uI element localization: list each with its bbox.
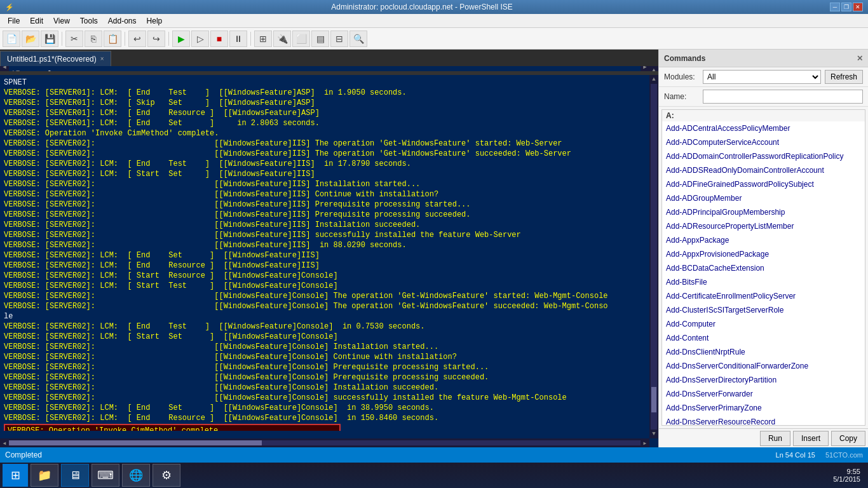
menu-help[interactable]: Help: [142, 15, 168, 27]
paste-button[interactable]: 📋: [104, 30, 121, 47]
menu-file[interactable]: File: [3, 15, 25, 27]
insert-cmd-button[interactable]: Insert: [793, 431, 829, 446]
console-scroll-down[interactable]: ▼: [651, 430, 656, 438]
run-button[interactable]: ▶: [172, 30, 190, 47]
console-line-12: VERBOSE: [SERVER02]: [[WindowsFeature]II…: [4, 200, 647, 210]
stop-button[interactable]: ■: [210, 30, 228, 47]
command-item-20[interactable]: Add-DnsServerPrimaryZone: [662, 401, 865, 415]
command-item-1[interactable]: Add-ADComputerServiceAccount: [662, 135, 865, 149]
command-item-9[interactable]: Add-AppxProvisionedPackage: [662, 247, 865, 261]
redo-button[interactable]: ↪: [147, 30, 165, 47]
copy-cmd-button[interactable]: Copy: [831, 431, 865, 446]
addon-button[interactable]: 🔌: [273, 30, 291, 47]
command-item-4[interactable]: Add-ADFineGrainedPasswordPolicySubject: [662, 177, 865, 191]
sep2: [125, 32, 125, 46]
command-item-6[interactable]: Add-ADPrincipalGroupMembership: [662, 205, 865, 219]
close-button[interactable]: ✕: [853, 3, 863, 11]
app-icon: ⚡: [5, 3, 14, 11]
console-panel: SPNET VERBOSE: [SERVER01]: LCM: [ End Te…: [0, 75, 658, 447]
command-item-18[interactable]: Add-DnsServerDirectoryPartition: [662, 373, 865, 387]
run-cmd-button[interactable]: Run: [760, 431, 790, 446]
command-item-12[interactable]: Add-CertificateEnrollmentPolicyServer: [662, 289, 865, 303]
console-line-32: VERBOSE: [SERVER02]: LCM: [ End Set ] [[…: [4, 403, 647, 413]
console-line-27: VERBOSE: [SERVER02]: [[WindowsFeature]Co…: [4, 352, 647, 362]
new-button[interactable]: 📄: [3, 30, 20, 47]
console-line-33: VERBOSE: [SERVER02]: LCM: [ End Resource…: [4, 413, 647, 423]
command-item-5[interactable]: Add-ADGroupMember: [662, 191, 865, 205]
console-hscroll-thumb[interactable]: [9, 440, 262, 445]
show-script-pane-button[interactable]: ⬜: [292, 30, 310, 47]
menu-addons[interactable]: Add-ons: [103, 15, 142, 27]
console-scroll-up[interactable]: ▲: [651, 75, 656, 84]
command-item-21[interactable]: Add-DnsServerResourceRecord: [662, 415, 865, 426]
command-item-2[interactable]: Add-ADDomainControllerPasswordReplicatio…: [662, 149, 865, 163]
console-hscroll-right[interactable]: ▶: [641, 438, 649, 447]
command-item-3[interactable]: Add-ADDSReadOnlyDomainControllerAccount: [662, 163, 865, 177]
name-row: Name:: [659, 87, 868, 107]
menu-tools[interactable]: Tools: [75, 15, 103, 27]
name-input[interactable]: [703, 90, 863, 104]
console-scroll-track: [651, 84, 657, 430]
taskbar-ie-button[interactable]: 🌐: [122, 464, 150, 487]
command-item-13[interactable]: Add-ClusterIScSITargetServerRole: [662, 303, 865, 317]
console-scroll-thumb[interactable]: [651, 387, 656, 412]
command-item-19[interactable]: Add-DnsServerForwarder: [662, 387, 865, 401]
modules-row: Modules: All Refresh: [659, 67, 868, 87]
taskbar-explorer-button[interactable]: 📁: [31, 464, 58, 487]
minimize-button[interactable]: ─: [830, 3, 840, 11]
console-line-17: VERBOSE: [SERVER02]: LCM: [ End Set ] [[…: [4, 250, 647, 261]
console-line-30: VERBOSE: [SERVER02]: [[WindowsFeature]Co…: [4, 383, 647, 393]
console-content[interactable]: SPNET VERBOSE: [SERVER01]: LCM: [ End Te…: [0, 75, 658, 431]
code-editor[interactable]: 15 } 16 Configuration myconfig 17 { 18 n…: [0, 66, 658, 71]
console-line-20: VERBOSE: [SERVER02]: LCM: [ Start Test ]…: [4, 281, 647, 291]
clock-date: 5/1/2015: [833, 475, 860, 483]
refresh-button[interactable]: Refresh: [825, 70, 863, 84]
menu-edit[interactable]: Edit: [25, 15, 48, 27]
right-panel-close-button[interactable]: ✕: [857, 54, 863, 63]
scroll-right-icon[interactable]: ▶: [641, 66, 649, 71]
run-selection-button[interactable]: ▷: [191, 30, 209, 47]
console-line-3: VERBOSE: [SERVER01]: LCM: [ End Resource…: [4, 108, 647, 118]
cut-button[interactable]: ✂: [65, 30, 83, 47]
clock-time: 9:55: [833, 468, 860, 475]
command-item-7[interactable]: Add-ADResourcePropertyListMember: [662, 219, 865, 233]
taskbar-powershell-button[interactable]: 🖥: [61, 464, 89, 487]
console-line-1: VERBOSE: [SERVER01]: LCM: [ End Test ] […: [4, 88, 647, 98]
active-tab[interactable]: Untitled1.ps1*(Recovered) ×: [0, 51, 111, 66]
restore-button[interactable]: ❐: [841, 3, 851, 11]
modules-select[interactable]: All: [703, 70, 821, 84]
debug-button[interactable]: ⏸: [229, 30, 247, 47]
command-item-15[interactable]: Add-Content: [662, 331, 865, 345]
console-hscroll-left[interactable]: ◀: [0, 438, 9, 447]
console-vscroll: ▲ ▼: [649, 75, 658, 438]
save-button[interactable]: 💾: [41, 30, 58, 47]
command-item-10[interactable]: Add-BCDataCacheExtension: [662, 261, 865, 275]
command-item-8[interactable]: Add-AppxPackage: [662, 233, 865, 247]
tab-close-button[interactable]: ×: [100, 55, 104, 62]
start-button[interactable]: ⊞: [3, 464, 28, 487]
console-line-28: VERBOSE: [SERVER02]: [[WindowsFeature]Co…: [4, 362, 647, 372]
command-item-16[interactable]: Add-DnsClientNrptRule: [662, 345, 865, 359]
editor-scroll-up[interactable]: ▲: [651, 66, 656, 71]
console-line-23: le: [4, 311, 647, 322]
command-item-14[interactable]: Add-Computer: [662, 317, 865, 331]
layout-button[interactable]: ⊟: [330, 30, 348, 47]
menu-view[interactable]: View: [48, 15, 75, 27]
console-line-13: VERBOSE: [SERVER02]: [[WindowsFeature]II…: [4, 210, 647, 220]
scroll-left-icon[interactable]: ◀: [0, 66, 9, 71]
snippet-button[interactable]: ⊞: [254, 30, 272, 47]
command-item-0[interactable]: Add-ADCentralAccessPolicyMember: [662, 121, 865, 135]
undo-button[interactable]: ↩: [128, 30, 146, 47]
open-button[interactable]: 📂: [22, 30, 39, 47]
console-line-10: VERBOSE: [SERVER02]: [[WindowsFeature]II…: [4, 179, 647, 189]
command-item-11[interactable]: Add-BitsFile: [662, 275, 865, 289]
command-item-17[interactable]: Add-DnsServerConditionalForwarderZone: [662, 359, 865, 373]
copy-button[interactable]: ⎘: [85, 30, 102, 47]
zoom-button[interactable]: 🔍: [349, 30, 367, 47]
taskbar-cmd-button[interactable]: ⌨: [92, 464, 119, 487]
show-console-button[interactable]: ▤: [311, 30, 329, 47]
console-line-31: VERBOSE: [SERVER02]: [[WindowsFeature]Co…: [4, 393, 647, 403]
console-line-16: VERBOSE: [SERVER02]: [[WindowsFeature]II…: [4, 240, 647, 250]
console-line-18: VERBOSE: [SERVER02]: LCM: [ End Resource…: [4, 261, 647, 271]
taskbar-control-button[interactable]: ⚙: [153, 464, 180, 487]
